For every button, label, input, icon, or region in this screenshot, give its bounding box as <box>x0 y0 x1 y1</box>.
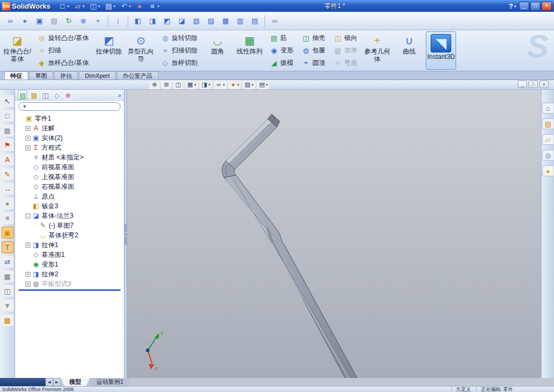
options-button[interactable]: ≡▾ <box>147 1 161 11</box>
sphere2-button[interactable]: ● <box>2 197 14 209</box>
loft-boss-button[interactable]: ◆放样凸台/基体 <box>34 57 92 69</box>
propertymanager-tab-button[interactable]: ▦ <box>29 90 38 99</box>
back-view-button[interactable]: ◨ <box>146 14 160 28</box>
tab-scroll-left-button[interactable]: ◀ <box>45 378 53 386</box>
trimetric-view-button[interactable]: ▤ <box>248 14 262 28</box>
doc-tab-model[interactable]: 模型 <box>61 378 90 386</box>
tab-features[interactable]: 特征 <box>4 71 28 79</box>
expand-toggle[interactable]: - <box>25 214 30 218</box>
dome-button[interactable]: ◓圆顶 <box>298 57 328 69</box>
expand-toggle[interactable]: + <box>25 136 30 141</box>
zoom-area-button[interactable]: ⊞ <box>161 81 172 89</box>
minimize-button[interactable]: _ <box>519 2 529 11</box>
thicken-button[interactable]: ▥加厚 <box>330 45 360 57</box>
design-library-button[interactable]: ▤ <box>542 118 553 129</box>
view-orientation-button[interactable]: ▦▾ <box>185 81 198 89</box>
tab-scroll-right-button[interactable]: ▶ <box>53 378 61 386</box>
doc-minimize-button[interactable]: _ <box>518 81 527 88</box>
annotation-button[interactable]: A <box>2 154 14 165</box>
save-button[interactable]: ◫▾ <box>87 1 102 11</box>
tree-item[interactable]: ◇基准面1 <box>15 250 124 260</box>
tab-sketch[interactable]: 草图 <box>29 71 53 79</box>
palette-ball-button[interactable]: ● <box>542 165 553 176</box>
palette-button[interactable]: ▩ <box>2 314 14 326</box>
swap-button[interactable]: ⇄ <box>2 256 14 268</box>
dimxpertmanager-tab-button[interactable]: ◇ <box>52 90 61 99</box>
rib-button[interactable]: ▤筋 <box>266 32 296 44</box>
home-button[interactable]: ⌂ <box>542 103 553 114</box>
fillet-button[interactable]: ◡圆角▾ <box>202 31 233 70</box>
layers-button[interactable]: ≡ <box>2 212 14 224</box>
curves-button[interactable]: ∪曲线▾ <box>394 31 424 70</box>
doc-close-button[interactable]: × <box>539 81 549 88</box>
display-style-button[interactable]: ◨▾ <box>200 81 213 89</box>
move-cross-button[interactable]: + <box>91 14 105 28</box>
tree-filter-box[interactable]: ▼ <box>18 102 121 111</box>
appearance-button[interactable]: ●▾ <box>228 81 241 89</box>
rebuild-refresh-button[interactable]: ↻ <box>62 14 76 28</box>
viewport-canvas[interactable]: y x <box>127 90 541 378</box>
updown-arrow-button[interactable]: ↕ <box>111 14 125 28</box>
top-view-button[interactable]: ▧ <box>189 14 203 28</box>
hole-wizard-button[interactable]: ⊙异型孔向导 <box>126 31 156 70</box>
configurationmanager-tab-button[interactable]: ◫ <box>41 90 50 99</box>
tree-item[interactable]: ◇前视基准面 <box>15 162 124 172</box>
mate-button[interactable]: ∞ <box>3 14 17 28</box>
mirror-button[interactable]: ◫镜向 <box>330 32 360 44</box>
displaymanager-tab-button[interactable]: ⊕ <box>63 90 72 99</box>
open-button[interactable]: ▱▾ <box>72 1 87 11</box>
wrap-button[interactable]: ◍包覆 <box>298 45 328 57</box>
right-view-button[interactable]: ◪ <box>175 14 189 28</box>
tree-item[interactable]: +◨拉伸2 <box>15 269 124 279</box>
draft-button[interactable]: ◢拔模 <box>266 57 296 69</box>
view-settings-button[interactable]: ▤▾ <box>257 81 270 89</box>
wireframe-button[interactable]: □ <box>2 110 14 122</box>
grid-button[interactable]: ▦ <box>2 270 14 282</box>
link-button[interactable]: ∞ <box>268 14 282 28</box>
close-button[interactable]: × <box>542 2 552 11</box>
tab-dimxpert[interactable]: DimXpert <box>79 71 116 79</box>
lofted-cut-button[interactable]: ◇放样切割 <box>157 57 201 69</box>
scene-button[interactable]: ▧▾ <box>242 81 255 89</box>
measure-button[interactable]: ↔ <box>2 183 14 195</box>
section-view-button[interactable]: ◫ <box>173 81 183 89</box>
viewport-button[interactable]: ▣ <box>32 14 47 28</box>
zoom-globe-button[interactable]: ⊕ <box>76 14 90 28</box>
linear-pattern-button[interactable]: ▦线性阵列▾ <box>234 31 265 70</box>
tree-item[interactable]: ≡材质 <未指定> <box>15 152 124 162</box>
tree-item[interactable]: ◉变形1 <box>15 260 124 269</box>
shadow-button[interactable]: ▩ <box>2 124 14 136</box>
doc-tab-motion-study-1[interactable]: 运动算例1 <box>88 378 132 386</box>
flag-button[interactable]: ⚑ <box>2 139 14 151</box>
instant3d-button[interactable]: ◥Instant3D <box>426 31 456 70</box>
tree-item[interactable]: +Σ方程式 <box>15 143 124 152</box>
pointer-button[interactable]: ↖ <box>2 95 14 107</box>
expand-toggle[interactable]: + <box>25 126 30 131</box>
tree-item[interactable]: ◡基体折弯2 <box>15 230 124 240</box>
expand-toggle[interactable]: + <box>25 272 30 277</box>
bottom-view-button[interactable]: ▨ <box>204 14 218 28</box>
extrude-boss-button[interactable]: ◪拉伸凸台/基体 <box>2 31 32 70</box>
stamp-button[interactable]: ▼ <box>2 300 14 311</box>
flex-button[interactable]: ≈弯曲 <box>330 57 360 69</box>
expand-toggle[interactable]: + <box>25 243 30 248</box>
help-button[interactable]: ?▾ <box>509 2 516 10</box>
library-button[interactable]: ▤ <box>47 14 61 28</box>
tree-item[interactable]: ◇上视基准面 <box>15 172 124 182</box>
new-document-button[interactable]: □▾ <box>56 1 71 11</box>
left-view-button[interactable]: ◩ <box>160 14 174 28</box>
rebuild-button[interactable]: ● <box>134 1 146 11</box>
isometric-view-button[interactable]: ▦ <box>219 14 233 28</box>
file-explorer-button[interactable]: ▱ <box>542 134 553 145</box>
tree-filter-input[interactable] <box>29 104 117 110</box>
tree-item[interactable]: ◧钣金3 <box>15 201 124 211</box>
tree-root-part[interactable]: ▣零件1 <box>15 114 124 123</box>
pen-button[interactable]: ✎ <box>2 168 14 180</box>
zoom-fit-button[interactable]: ⊕ <box>149 81 160 89</box>
expand-toggle[interactable]: + <box>25 282 30 287</box>
tree-item[interactable]: +▣实体(2) <box>15 133 124 143</box>
splitter-handle-icon[interactable]: ◂▸ <box>124 223 127 245</box>
section2-button[interactable]: ◫ <box>2 285 14 297</box>
box-highlight-button[interactable]: ▣ <box>2 227 14 238</box>
tree-item[interactable]: ◇右视基准面 <box>15 182 124 191</box>
